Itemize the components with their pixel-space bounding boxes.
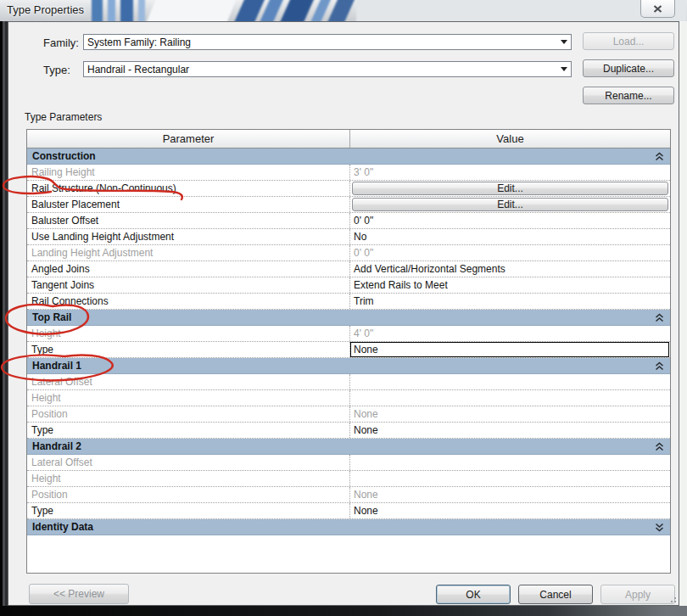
value-text: Add Vertical/Horizontal Segments <box>354 263 505 275</box>
parameter-value-type[interactable]: None <box>349 342 670 357</box>
parameter-value-rail-connections[interactable]: Trim <box>349 294 670 309</box>
duplicate-button[interactable]: Duplicate... <box>583 59 674 77</box>
table-row-handrail-2-position: PositionNone <box>27 487 670 503</box>
column-header-parameter: Parameter <box>27 130 349 148</box>
section-header-construction[interactable]: Construction <box>27 148 670 165</box>
chevron-up-double-icon <box>655 152 664 161</box>
value-text: Extend Rails to Meet <box>354 279 448 291</box>
value-text: 0' 0" <box>354 247 373 259</box>
value-text: None <box>354 489 378 501</box>
parameter-value-railing-height: 3' 0" <box>349 165 670 180</box>
parameter-name: Height <box>27 390 349 406</box>
resize-grip[interactable] <box>669 596 676 602</box>
parameter-name: Type <box>27 423 349 438</box>
parameter-name: Landing Height Adjustment <box>27 245 349 260</box>
table-row-construction-railing-height: Railing Height3' 0" <box>27 165 670 181</box>
load-button[interactable]: Load... <box>583 32 674 50</box>
chevron-up-double-icon <box>655 361 664 371</box>
preview-button[interactable]: << Preview <box>29 584 129 604</box>
section-header-top-rail[interactable]: Top Rail <box>27 310 670 326</box>
parameter-name: Baluster Offset <box>27 213 349 228</box>
table-row-construction-angled-joins: Angled JoinsAdd Vertical/Horizontal Segm… <box>27 261 670 277</box>
type-dropdown-value: Handrail - Rectangular <box>84 64 556 76</box>
family-dropdown-value: System Family: Railing <box>84 36 556 48</box>
section-header-identity-data[interactable]: Identity Data <box>27 519 670 535</box>
parameter-name: Lateral Offset <box>27 374 349 389</box>
type-parameters-caption: Type Parameters <box>25 111 102 123</box>
table-row-top-rail-height: Height4' 0" <box>27 326 670 342</box>
edit-button-baluster-placement[interactable]: Edit... <box>352 198 668 211</box>
value-text: 4' 0" <box>354 328 373 339</box>
table-row-construction-baluster-placement: Baluster PlacementEdit... <box>27 197 670 213</box>
parameter-value-tangent-joins[interactable]: Extend Rails to Meet <box>349 277 670 293</box>
parameter-table: Parameter Value ConstructionRailing Heig… <box>26 129 671 574</box>
edit-button-rail-structure-non-continuous[interactable]: Edit... <box>352 182 668 195</box>
parameter-name: Tangent Joins <box>27 277 349 293</box>
parameter-name: Height <box>27 471 349 486</box>
parameter-name: Position <box>27 406 349 422</box>
ok-button[interactable]: OK <box>436 585 511 604</box>
family-label: Family: <box>43 36 79 49</box>
focused-cell-outline <box>350 342 669 357</box>
parameter-value-height <box>349 390 670 406</box>
parameter-value-baluster-offset[interactable]: 0' 0" <box>349 213 670 228</box>
table-row-construction-landing-height-adjustment: Landing Height Adjustment0' 0" <box>27 245 670 261</box>
apply-button[interactable]: Apply <box>600 585 675 604</box>
value-text: None <box>354 505 378 517</box>
table-row-handrail-1-height: Height <box>27 390 670 406</box>
titlebar: Type Properties <box>0 0 687 21</box>
chevron-up-double-icon <box>655 442 664 451</box>
chevron-up-double-icon <box>655 313 664 322</box>
type-dropdown[interactable]: Handrail - Rectangular <box>83 61 572 77</box>
section-title: Handrail 2 <box>27 440 81 452</box>
close-button[interactable] <box>640 0 675 18</box>
parameter-value-use-landing-height-adjustment[interactable]: No <box>349 229 670 244</box>
family-dropdown[interactable]: System Family: Railing <box>83 34 572 50</box>
value-text: No <box>354 231 366 243</box>
type-label: Type: <box>43 64 70 76</box>
background-edge-right <box>679 21 687 606</box>
section-title: Top Rail <box>27 311 71 323</box>
parameter-value-position: None <box>349 487 670 502</box>
value-text: None <box>354 424 378 436</box>
value-text: None <box>354 344 378 356</box>
parameter-name: Use Landing Height Adjustment <box>27 229 349 244</box>
table-row-handrail-2-type: TypeNone <box>27 503 670 519</box>
table-header-row: Parameter Value <box>27 130 670 148</box>
parameter-value-lateral-offset <box>349 374 670 389</box>
section-header-handrail-1[interactable]: Handrail 1 <box>27 358 670 374</box>
table-empty-area <box>27 535 670 573</box>
parameter-value-baluster-placement: Edit... <box>349 197 670 212</box>
table-row-handrail-2-lateral-offset: Lateral Offset <box>27 455 670 471</box>
window-title: Type Properties <box>7 3 84 16</box>
family-dropdown-arrow-icon <box>556 35 571 49</box>
value-text: 0' 0" <box>354 215 373 227</box>
table-row-handrail-1-type: TypeNone <box>27 423 670 439</box>
table-row-handrail-1-lateral-offset: Lateral Offset <box>27 374 670 390</box>
parameter-name: Angled Joins <box>27 261 349 277</box>
parameter-value-lateral-offset <box>349 455 670 470</box>
parameter-name: Height <box>27 326 349 341</box>
section-header-handrail-2[interactable]: Handrail 2 <box>27 439 670 455</box>
background-edge-left <box>0 21 8 606</box>
parameter-name: Type <box>27 342 349 357</box>
section-title: Handrail 1 <box>27 360 81 372</box>
table-row-handrail-2-height: Height <box>27 471 670 487</box>
parameter-name: Rail Connections <box>27 294 349 309</box>
parameter-table-body: ConstructionRailing Height3' 0"Rail Stru… <box>27 148 670 573</box>
parameter-value-type[interactable]: None <box>349 503 670 518</box>
parameter-name: Rail Structure (Non-Continuous) <box>27 181 349 196</box>
chevron-down-double-icon <box>655 523 664 532</box>
cancel-button[interactable]: Cancel <box>518 585 593 604</box>
table-row-construction-rail-structure-non-continuous: Rail Structure (Non-Continuous)Edit... <box>27 181 670 197</box>
rename-button[interactable]: Rename... <box>583 87 674 104</box>
parameter-value-type[interactable]: None <box>349 423 670 438</box>
table-row-construction-use-landing-height-adjustment: Use Landing Height AdjustmentNo <box>27 229 670 245</box>
table-row-construction-rail-connections: Rail ConnectionsTrim <box>27 294 670 310</box>
parameter-value-angled-joins[interactable]: Add Vertical/Horizontal Segments <box>349 261 670 277</box>
type-dropdown-arrow-icon <box>556 62 571 76</box>
background-window-art <box>0 0 687 21</box>
parameter-name: Railing Height <box>27 165 349 180</box>
table-row-top-rail-type: TypeNone <box>27 342 670 358</box>
parameter-name: Lateral Offset <box>27 455 349 470</box>
